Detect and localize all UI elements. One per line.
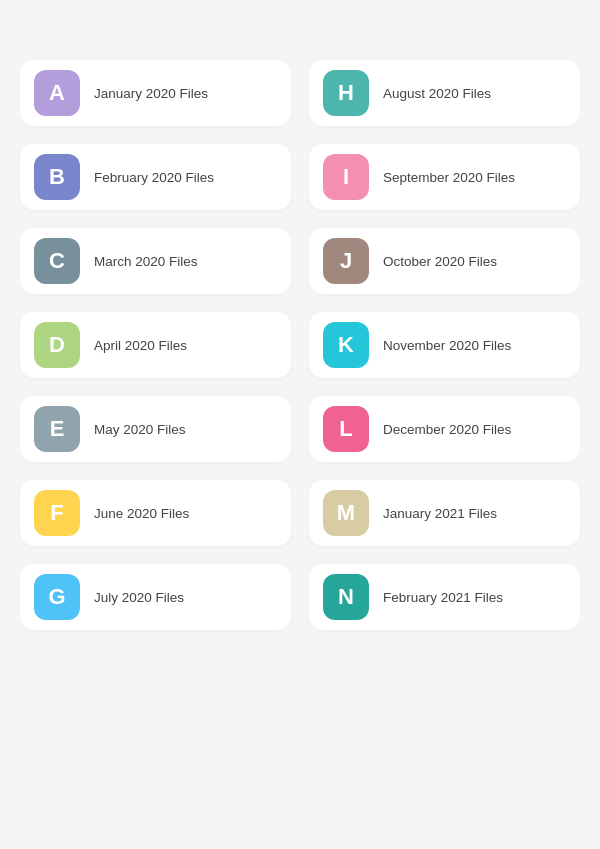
folder-badge-g: G bbox=[34, 574, 80, 620]
folder-label-d: April 2020 Files bbox=[94, 338, 187, 353]
folder-item-g[interactable]: GJuly 2020 Files bbox=[20, 564, 291, 630]
folder-item-a[interactable]: AJanuary 2020 Files bbox=[20, 60, 291, 126]
folder-badge-n: N bbox=[323, 574, 369, 620]
folder-badge-a: A bbox=[34, 70, 80, 116]
folder-item-f[interactable]: FJune 2020 Files bbox=[20, 480, 291, 546]
folder-badge-k: K bbox=[323, 322, 369, 368]
folder-item-d[interactable]: DApril 2020 Files bbox=[20, 312, 291, 378]
folder-badge-b: B bbox=[34, 154, 80, 200]
folder-label-g: July 2020 Files bbox=[94, 590, 184, 605]
folder-label-a: January 2020 Files bbox=[94, 86, 208, 101]
folder-badge-d: D bbox=[34, 322, 80, 368]
folder-badge-l: L bbox=[323, 406, 369, 452]
folder-item-b[interactable]: BFebruary 2020 Files bbox=[20, 144, 291, 210]
folder-item-k[interactable]: KNovember 2020 Files bbox=[309, 312, 580, 378]
folder-item-n[interactable]: NFebruary 2021 Files bbox=[309, 564, 580, 630]
folder-item-e[interactable]: EMay 2020 Files bbox=[20, 396, 291, 462]
folder-badge-j: J bbox=[323, 238, 369, 284]
folder-item-m[interactable]: MJanuary 2021 Files bbox=[309, 480, 580, 546]
folder-item-l[interactable]: LDecember 2020 Files bbox=[309, 396, 580, 462]
folder-label-m: January 2021 Files bbox=[383, 506, 497, 521]
folder-badge-i: I bbox=[323, 154, 369, 200]
folder-item-j[interactable]: JOctober 2020 Files bbox=[309, 228, 580, 294]
folder-label-n: February 2021 Files bbox=[383, 590, 503, 605]
folder-label-l: December 2020 Files bbox=[383, 422, 511, 437]
folder-badge-m: M bbox=[323, 490, 369, 536]
folder-item-c[interactable]: CMarch 2020 Files bbox=[20, 228, 291, 294]
folder-badge-f: F bbox=[34, 490, 80, 536]
folder-badge-h: H bbox=[323, 70, 369, 116]
folder-label-c: March 2020 Files bbox=[94, 254, 198, 269]
folder-item-h[interactable]: HAugust 2020 Files bbox=[309, 60, 580, 126]
folder-label-k: November 2020 Files bbox=[383, 338, 511, 353]
folder-label-i: September 2020 Files bbox=[383, 170, 515, 185]
folder-badge-c: C bbox=[34, 238, 80, 284]
folder-label-b: February 2020 Files bbox=[94, 170, 214, 185]
folder-label-h: August 2020 Files bbox=[383, 86, 491, 101]
folder-item-i[interactable]: ISeptember 2020 Files bbox=[309, 144, 580, 210]
folder-badge-e: E bbox=[34, 406, 80, 452]
folder-label-f: June 2020 Files bbox=[94, 506, 189, 521]
folder-grid: AJanuary 2020 FilesHAugust 2020 FilesBFe… bbox=[20, 60, 580, 630]
folder-label-j: October 2020 Files bbox=[383, 254, 497, 269]
folder-label-e: May 2020 Files bbox=[94, 422, 186, 437]
